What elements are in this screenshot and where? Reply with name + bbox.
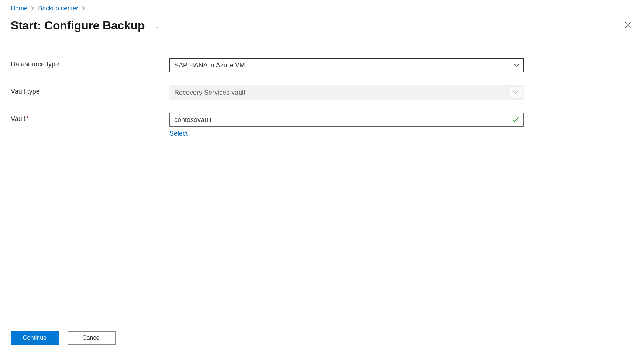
continue-button[interactable]: Continue (11, 331, 59, 345)
required-indicator: * (26, 115, 29, 122)
page-title: Start: Configure Backup (11, 19, 145, 32)
check-icon (512, 117, 519, 122)
form-row-vault: Vault* contosovault Select (11, 113, 633, 137)
cancel-button[interactable]: Cancel (68, 331, 116, 345)
vault-value: contosovault (174, 116, 211, 124)
close-button[interactable] (622, 20, 633, 32)
chevron-right-icon (31, 6, 34, 12)
datasource-type-select[interactable]: SAP HANA in Azure VM (169, 58, 524, 72)
chevron-down-icon (508, 86, 523, 99)
breadcrumb: Home Backup center (11, 5, 633, 12)
breadcrumb-link-home[interactable]: Home (11, 5, 27, 12)
footer-bar: Continue Cancel (0, 327, 644, 349)
datasource-type-value: SAP HANA in Azure VM (174, 62, 245, 69)
vault-type-label: Vault type (11, 85, 169, 95)
vault-type-select: Recovery Services vault (169, 85, 524, 100)
breadcrumb-link-backup-center[interactable]: Backup center (38, 5, 78, 12)
vault-label-text: Vault (11, 115, 25, 122)
more-actions-button[interactable]: … (154, 22, 161, 29)
select-vault-link[interactable]: Select (169, 130, 188, 137)
datasource-type-label: Datasource type (11, 58, 169, 68)
close-icon (624, 22, 631, 29)
vault-input[interactable]: contosovault (169, 113, 524, 127)
form-row-datasource-type: Datasource type SAP HANA in Azure VM (11, 58, 633, 72)
chevron-right-icon (82, 6, 85, 12)
page-header: Start: Configure Backup … (11, 19, 633, 32)
vault-type-value: Recovery Services vault (174, 89, 245, 97)
vault-label: Vault* (11, 113, 169, 123)
form-row-vault-type: Vault type Recovery Services vault (11, 85, 633, 100)
chevron-down-icon (514, 63, 520, 67)
